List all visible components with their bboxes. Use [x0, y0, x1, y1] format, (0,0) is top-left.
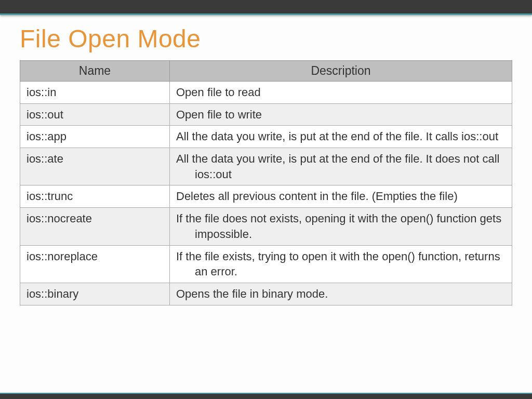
mode-description: If the file exists, trying to open it wi…	[170, 245, 512, 283]
mode-name: ios::trunc	[20, 185, 170, 208]
table-row: ios::binary Opens the file in binary mod…	[20, 283, 512, 305]
bottom-accent-bar	[0, 393, 532, 399]
mode-name: ios::in	[20, 82, 170, 104]
table-row: ios::in Open file to read	[20, 82, 512, 104]
slide-content: File Open Mode Name Description ios::in …	[0, 15, 532, 305]
table-header-row: Name Description	[20, 61, 512, 82]
top-accent-bar	[0, 0, 532, 15]
page-title: File Open Mode	[20, 24, 512, 53]
mode-name: ios::app	[20, 126, 170, 148]
mode-description: All the data you write, is put at the en…	[170, 126, 512, 148]
table-row: ios::noreplace If the file exists, tryin…	[20, 245, 512, 283]
mode-name: ios::out	[20, 103, 170, 126]
mode-name: ios::nocreate	[20, 208, 170, 245]
mode-name: ios::noreplace	[20, 245, 170, 283]
mode-description: Open file to write	[170, 103, 512, 126]
mode-description: Opens the file in binary mode.	[170, 283, 512, 305]
mode-description: If the file does not exists, opening it …	[170, 208, 512, 245]
mode-name: ios::binary	[20, 283, 170, 305]
table-row: ios::app All the data you write, is put …	[20, 126, 512, 148]
mode-description: Open file to read	[170, 82, 512, 104]
mode-name: ios::ate	[20, 148, 170, 185]
col-header-description: Description	[170, 61, 512, 82]
table-row: ios::trunc Deletes all previous content …	[20, 185, 512, 208]
mode-description: Deletes all previous content in the file…	[170, 185, 512, 208]
table-row: ios::ate All the data you write, is put …	[20, 148, 512, 185]
col-header-name: Name	[20, 61, 170, 82]
table-row: ios::nocreate If the file does not exist…	[20, 208, 512, 245]
file-mode-table: Name Description ios::in Open file to re…	[20, 60, 512, 305]
table-row: ios::out Open file to write	[20, 103, 512, 126]
mode-description: All the data you write, is put at the en…	[170, 148, 512, 185]
